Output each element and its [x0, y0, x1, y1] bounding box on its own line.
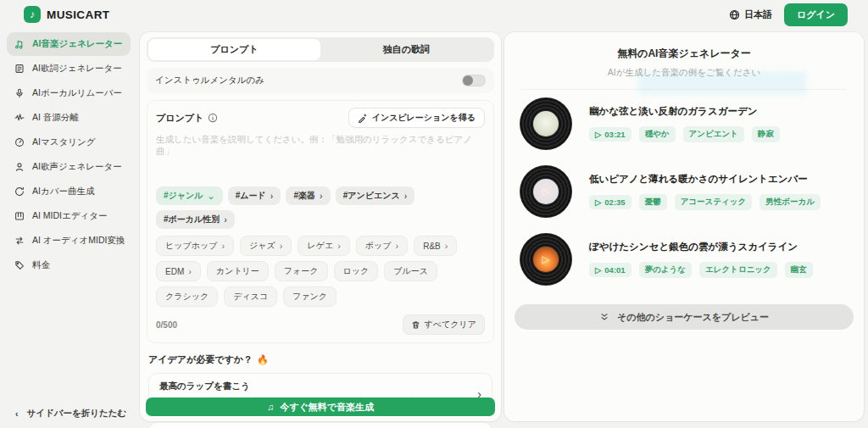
tab-custom-lyrics[interactable]: 独自の歌詞 — [320, 39, 492, 60]
mastering-knob-icon — [14, 137, 25, 147]
vinyl-record-thumbnail[interactable]: ▷ — [520, 165, 572, 218]
play-icon: ▷ — [595, 197, 601, 207]
clear-all-label: すべてクリア — [425, 319, 476, 331]
sidebar-item-ai-music-generator[interactable]: AI音楽ジェネレーター — [7, 32, 131, 56]
brand-logo[interactable]: ♪ MUSICART — [24, 6, 109, 23]
instrumental-toggle[interactable] — [462, 75, 486, 86]
genre-label: フォーク — [284, 265, 319, 277]
play-icon: ▷ — [595, 130, 601, 139]
sidebar-item-ai-cover-song[interactable]: AIカバー曲生成 — [7, 180, 131, 203]
sidebar-item-label: AIボーカルリムーバー — [32, 87, 122, 99]
chevron-left-icon: ‹ — [15, 409, 19, 419]
record-label-floral — [533, 111, 559, 136]
play-icon: ▷ — [542, 253, 549, 265]
vinyl-record-thumbnail[interactable] — [520, 97, 572, 150]
ideas-heading: アイデアが必要ですか？ — [148, 353, 253, 366]
genre-chip[interactable]: ブルース — [384, 261, 437, 281]
vinyl-record-thumbnail[interactable]: ▷ — [520, 233, 572, 286]
tab-prompt[interactable]: プロンプト — [148, 39, 320, 60]
genre-chip[interactable]: クラシック — [156, 286, 218, 307]
chevron-right-icon: › — [396, 242, 399, 251]
sidebar-item-ai-midi-editor[interactable]: AI MIDIエディター — [7, 204, 131, 228]
preview-more-label: その他のショーケースをプレビュー — [617, 311, 769, 324]
genre-chip[interactable]: EDM› — [156, 261, 201, 281]
showcase-item: ▷ 低いピアノと薄れる暖かさのサイレントエンバー ▷ 02:35 憂鬱 アコース… — [513, 158, 855, 225]
play-duration[interactable]: ▷ 04:01 — [589, 263, 632, 277]
sidebar-item-ai-stem-splitter[interactable]: AI 音源分離 — [7, 106, 131, 130]
category-label: #ムード — [236, 190, 266, 202]
play-duration[interactable]: ▷ 02:35 — [589, 195, 632, 209]
genre-label: ファンク — [292, 291, 327, 303]
genre-chip[interactable]: ポップ› — [356, 236, 408, 256]
track-tag: 夢のような — [639, 262, 692, 278]
genre-label: ブルース — [393, 265, 428, 277]
clear-all-button[interactable]: すべてクリア — [403, 314, 485, 335]
genre-chip[interactable]: ファンク — [283, 286, 337, 307]
prompt-input[interactable] — [156, 134, 485, 180]
showcase-title: 無料のAI音楽ジェネレーター — [513, 47, 855, 61]
category-genre[interactable]: #ジャンル ⌄ — [156, 186, 223, 205]
category-ambience[interactable]: #アンビエンス › — [336, 186, 415, 205]
sidebar-item-ai-mastering[interactable]: AIマスタリング — [7, 131, 131, 154]
record-label-sunset: ▷ — [533, 247, 559, 272]
sidebar-item-label: 料金 — [32, 259, 50, 271]
duration-value: 02:35 — [604, 197, 625, 207]
track-tag: 幽玄 — [785, 262, 813, 278]
track-title: 低いピアノと薄れる暖かさのサイレントエンバー — [589, 173, 821, 186]
category-vocal-gender[interactable]: #ボーカル性別 › — [156, 210, 235, 229]
sidebar-item-ai-vocal-remover[interactable]: AIボーカルリムーバー — [7, 81, 131, 105]
track-tag: 憂鬱 — [639, 194, 667, 210]
sidebar-item-pricing[interactable]: 料金 — [7, 253, 131, 277]
instrumental-label: インストゥルメンタルのみ — [155, 75, 264, 86]
genre-label: カントリー — [216, 265, 259, 277]
genre-chip[interactable]: ディスコ — [224, 286, 277, 307]
get-inspiration-label: インスピレーションを得る — [372, 112, 476, 124]
track-tag: 穏やか — [639, 126, 676, 142]
sidebar-item-label: AI MIDIエディター — [32, 210, 108, 222]
play-icon: ▷ — [542, 186, 549, 197]
collapse-label: サイドバーを折りたたむ — [27, 408, 127, 420]
genre-chip[interactable]: ロック — [334, 261, 379, 281]
category-mood[interactable]: #ムード › — [228, 186, 281, 205]
chevron-right-icon: › — [445, 242, 448, 251]
chevron-right-icon: › — [221, 242, 225, 251]
chevron-down-icon: ⌄ — [208, 192, 215, 201]
sidebar-item-ai-singing-voice-generator[interactable]: AI歌声ジェネレーター — [7, 155, 131, 179]
genre-label: レゲエ — [307, 240, 333, 252]
genre-chip[interactable]: レゲエ› — [298, 236, 349, 256]
magic-pen-icon — [358, 114, 367, 123]
sidebar-item-ai-audio-midi-convert[interactable]: AI オーディオMIDI変換 — [7, 229, 131, 253]
prompt-label: プロンプト — [156, 112, 203, 125]
chevron-right-icon: › — [270, 192, 274, 201]
preview-more-showcases-button[interactable]: その他のショーケースをプレビュー — [515, 304, 854, 330]
genre-chip[interactable]: ジャズ› — [240, 236, 292, 256]
play-duration[interactable]: ▷ 03:21 — [589, 127, 632, 142]
language-selector[interactable]: 日本語 — [729, 8, 772, 21]
info-icon[interactable] — [208, 113, 218, 123]
genre-label: ジャズ — [249, 240, 275, 252]
chevron-right-icon: › — [337, 242, 341, 251]
waveform-icon — [14, 113, 25, 123]
cover-refresh-icon — [14, 186, 25, 197]
genre-label: R&B — [423, 242, 441, 251]
idea-card-photo-to-music[interactable]: 写真から音楽へ 写真をアップロードして、あなたの物語を音楽で伝えよう。 › — [148, 422, 492, 428]
generator-panel: プロンプト 独自の歌詞 インストゥルメンタルのみ プロンプト インスピレーション… — [140, 32, 501, 421]
genre-chip[interactable]: ヒップホップ› — [156, 236, 234, 256]
genre-chip[interactable]: フォーク — [275, 261, 328, 281]
record-label-pastel: ▷ — [533, 179, 559, 204]
sidebar-item-label: AIマスタリング — [32, 136, 95, 148]
sidebar-item-ai-lyrics-generator[interactable]: AI歌詞ジェネレーター — [7, 57, 131, 81]
sidebar-collapse-button[interactable]: ‹ サイドバーを折りたたむ — [15, 408, 126, 420]
get-inspiration-button[interactable]: インスピレーションを得る — [348, 108, 485, 128]
toggle-knob — [463, 75, 473, 86]
genre-chip[interactable]: R&B› — [414, 236, 457, 256]
showcase-panel: 無料のAI音楽ジェネレーター AIが生成した音楽の例をご覧ください 幽かな弦と淡… — [504, 32, 864, 421]
globe-icon — [729, 9, 740, 20]
category-instrument[interactable]: #楽器 › — [286, 186, 330, 205]
login-button[interactable]: ログイン — [784, 3, 848, 26]
showcase-item: ▷ ぼやけたシンセと銀色の雲が漂うスカイライン ▷ 04:01 夢のような エレ… — [513, 225, 855, 293]
genre-chip[interactable]: カントリー — [207, 261, 269, 281]
generate-music-button[interactable]: ♫ 今すぐ無料で音楽生成 — [146, 397, 495, 416]
generate-music-label: 今すぐ無料で音楽生成 — [280, 401, 374, 414]
music-note-icon — [14, 39, 25, 49]
